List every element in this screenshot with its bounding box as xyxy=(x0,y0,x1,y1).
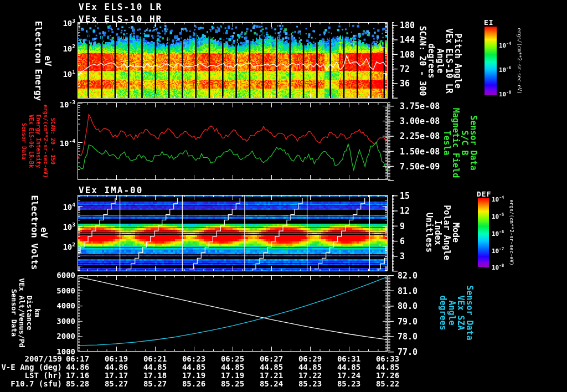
time-tick-label: 06:33 xyxy=(368,354,407,363)
mag-right-tick: 2.25e-08 xyxy=(400,131,440,141)
footer-value: 85.22 xyxy=(368,379,407,388)
els-right-tick: 180 xyxy=(400,20,415,30)
ima-right-tick: 15 xyxy=(400,191,410,201)
els-colorbar-tick: 10-8 xyxy=(499,90,511,98)
footer-value: 85.23 xyxy=(329,379,368,388)
footer-value: 85.24 xyxy=(252,379,291,388)
footer-value: 44.85 xyxy=(329,363,368,372)
els-colorbar xyxy=(484,27,497,95)
eph-right-axis-label: Sensor Data VEx SZA Angle degrees xyxy=(439,285,474,340)
eph-right-tick: 78.0 xyxy=(398,332,417,342)
time-tick-label: 06:23 xyxy=(174,354,213,363)
time-tick-label: 06:29 xyxy=(291,354,329,363)
els-lr-title: VEx ELS-10 LR xyxy=(79,2,162,12)
footer-value: 85.25 xyxy=(213,379,252,388)
footer-value: 44.86 xyxy=(97,363,136,372)
els-colorbar-title: EI xyxy=(484,18,494,27)
els-right-tick: 108 xyxy=(400,50,415,60)
ima-colorbar-tick: 10-4 xyxy=(492,195,504,203)
footer-value: 44.85 xyxy=(252,363,291,372)
ima-right-tick: 3 xyxy=(400,251,405,261)
ima-colorbar xyxy=(478,198,489,267)
time-tick-label: 06:21 xyxy=(136,354,174,363)
mag-right-tick: 7.50e-09 xyxy=(400,162,440,172)
mag-left-axis-label: SCAN: 20 - 150 ergs/(cm**2-sr-sec-eV) En… xyxy=(20,105,56,178)
footer-value: 44.85 xyxy=(174,363,213,372)
footer-value: 17.21 xyxy=(252,371,291,380)
footer-value: 17.16 xyxy=(58,371,97,380)
footer-value: 44.86 xyxy=(58,363,97,372)
footer-value: 85.23 xyxy=(291,379,329,388)
footer-value: 44.85 xyxy=(291,363,329,372)
mag-right-tick: 3.00e-08 xyxy=(400,116,440,126)
time-tick-label: 06:27 xyxy=(252,354,291,363)
footer-row-label: F10.7 (sfu) xyxy=(0,379,62,388)
time-tick-label: 06:17 xyxy=(58,354,97,363)
footer-value: 85.27 xyxy=(97,379,136,388)
ima-right-tick: 9 xyxy=(400,221,405,231)
els-right-axis-label: Pitch Angle VEx ELS-10 LR Angle degrees … xyxy=(418,26,462,96)
ima-right-tick: 12 xyxy=(400,206,410,216)
footer-value: 85.26 xyxy=(174,379,213,388)
footer-value: 17.19 xyxy=(213,371,252,380)
footer-value: 17.26 xyxy=(368,371,407,380)
footer-value: 44.85 xyxy=(213,363,252,372)
ima-colorbar-tick: 10-7 xyxy=(492,246,504,255)
els-hr-title: VEx ELS-10 HR xyxy=(79,14,162,24)
ima-title: VEx IMA-00 xyxy=(79,185,143,195)
els-colorbar-tick: 10-6 xyxy=(499,65,511,74)
els-right-tick: 72 xyxy=(400,64,410,74)
ima-colorbar-tick: 10-5 xyxy=(492,212,504,220)
ima-colorbar-units: ergs/(cm**2-sr-sec-eV) xyxy=(509,199,514,265)
eph-left-axis-label: km Distance VEx Alt/Venus/Pd Sensor Data xyxy=(10,278,41,347)
ima-colorbar-tick: 10-8 xyxy=(492,263,504,271)
els-colorbar-tick: 10-4 xyxy=(499,41,511,49)
eph-right-tick: 81.0 xyxy=(398,286,417,296)
mag-right-axis-label: Sensor Data S/C B Magnetic Field Tesla xyxy=(442,108,478,178)
ima-right-axis-label: Mode Polar Angle Index Unitless xyxy=(425,205,460,260)
time-tick-label: 06:31 xyxy=(329,354,368,363)
footer-row-label: LST (hr) xyxy=(0,371,62,380)
ima-left-axis-label: eV Electron Volts xyxy=(30,195,49,270)
els-right-tick: 144 xyxy=(400,35,415,45)
eph-right-tick: 79.0 xyxy=(398,317,417,327)
els-right-tick: 36 xyxy=(400,79,410,89)
mag-right-tick: 1.50e-08 xyxy=(400,147,440,157)
footer-value: 44.85 xyxy=(368,363,407,372)
els-colorbar-units: ergs/(cm**2-sr-sec-eV) xyxy=(517,28,522,94)
eph-right-tick: 82.0 xyxy=(398,271,417,281)
time-tick-label: 06:19 xyxy=(97,354,136,363)
mag-right-tick: 3.75e-08 xyxy=(400,101,440,111)
footer-value: 85.28 xyxy=(58,379,97,388)
footer-value: 17.24 xyxy=(329,371,368,380)
els-left-axis-label: eV Electron Energy xyxy=(34,21,53,101)
footer-value: 44.85 xyxy=(136,363,174,372)
tplot-display: VEx ELS-10 LR VEx ELS-10 HR VEx IMA-00 E… xyxy=(0,0,567,392)
ima-right-tick: 6 xyxy=(400,236,405,246)
footer-value: 85.27 xyxy=(136,379,174,388)
footer-value: 17.18 xyxy=(136,371,174,380)
time-tick-label: 06:25 xyxy=(213,354,252,363)
footer-value: 17.17 xyxy=(97,371,136,380)
footer-value: 17.22 xyxy=(291,371,329,380)
footer-value: 17.19 xyxy=(174,371,213,380)
footer-row-label: V-E Ang (deg) xyxy=(0,363,62,372)
ima-colorbar-tick: 10-6 xyxy=(492,229,504,238)
ima-colorbar-title: DEF xyxy=(477,190,491,198)
eph-right-tick: 80.0 xyxy=(398,301,417,311)
